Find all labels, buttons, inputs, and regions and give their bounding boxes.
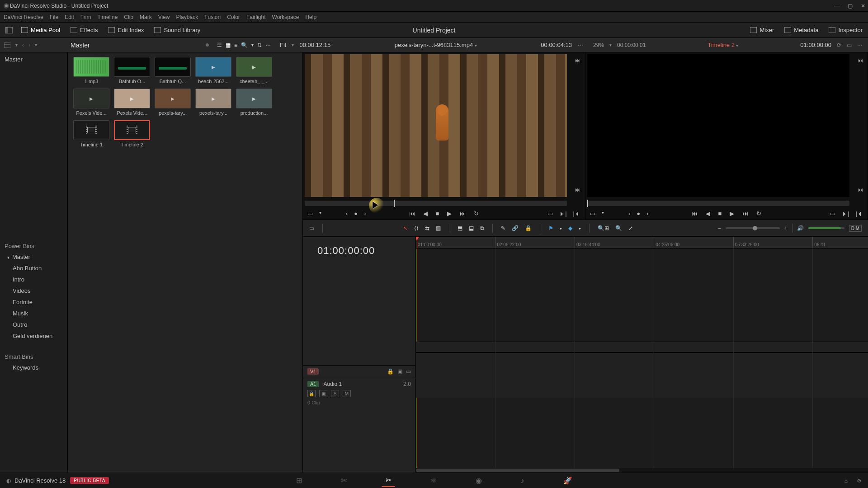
menu-clip[interactable]: Clip: [124, 14, 133, 20]
clip-pexels-tary-[interactable]: ▶pexels-tary...: [195, 89, 231, 116]
path-dropdown-icon[interactable]: ▾: [35, 42, 37, 47]
menu-workspace[interactable]: Workspace: [272, 14, 299, 20]
window-maximize-icon[interactable]: ▢: [848, 3, 853, 9]
find-icon[interactable]: 🔍⊞: [598, 225, 609, 231]
overlay-mode-icon[interactable]: ▭: [307, 210, 313, 217]
insert-clip-icon[interactable]: ⬒: [458, 225, 462, 231]
lock-track-icon[interactable]: 🔒: [387, 368, 394, 375]
page-fairlight-icon[interactable]: ♪: [517, 475, 528, 487]
solo-button[interactable]: S: [331, 390, 339, 397]
clip-pexels-vide-[interactable]: ▶Pexels Vide...: [114, 89, 150, 116]
loop-icon[interactable]: ↻: [756, 210, 761, 217]
mark-out-next-icon[interactable]: ›: [364, 210, 366, 217]
window-close-icon[interactable]: ✕: [861, 3, 865, 9]
source-clip-name[interactable]: pexels-taryn-...t-9683115.mp4 ▾: [336, 42, 535, 48]
mark-dot-icon[interactable]: ●: [354, 210, 358, 217]
disable-video-icon[interactable]: ▭: [406, 368, 411, 375]
thumbnail-view-icon[interactable]: ▦: [226, 42, 231, 48]
audio-track-1[interactable]: [416, 352, 868, 398]
search-icon[interactable]: 🔍: [241, 42, 248, 48]
chevron-down-icon[interactable]: ▾: [319, 210, 321, 217]
effects-button[interactable]: Effects: [70, 27, 98, 34]
chevron-down-icon[interactable]: ▾: [602, 210, 604, 217]
overwrite-clip-icon[interactable]: ⬓: [469, 225, 474, 231]
menu-timeline[interactable]: Timeline: [97, 14, 118, 20]
jump-in-icon[interactable]: ⏵|: [842, 210, 849, 217]
chevron-down-icon[interactable]: ▾: [15, 42, 18, 47]
menu-trim[interactable]: Trim: [80, 14, 91, 20]
menu-color[interactable]: Color: [227, 14, 240, 20]
clip-production-[interactable]: ▶production...: [236, 89, 272, 116]
clip-bathtub-o-[interactable]: Bathtub O...: [114, 57, 150, 84]
sidebar-item-master[interactable]: Master: [0, 52, 67, 66]
mixer-button[interactable]: Mixer: [750, 27, 774, 34]
auto-select-icon[interactable]: ▣: [397, 368, 402, 375]
jump-next-edit-icon[interactable]: ⏮: [856, 185, 865, 194]
chevron-down-icon[interactable]: ▾: [609, 42, 612, 47]
metadata-view-icon[interactable]: ☰: [217, 42, 222, 48]
play-icon[interactable]: ▶: [730, 210, 734, 217]
zoom-slider[interactable]: [726, 227, 780, 229]
bypass-icon[interactable]: ⟳: [837, 42, 841, 48]
powerbin-master[interactable]: Master: [0, 251, 67, 263]
prev-icon[interactable]: ‹: [22, 42, 24, 48]
zoom-out-icon[interactable]: −: [718, 225, 721, 231]
source-fit-label[interactable]: Fit: [280, 42, 286, 48]
page-deliver-icon[interactable]: 🚀: [560, 474, 576, 487]
match-frame-icon[interactable]: ▭: [547, 210, 553, 217]
bin-list-icon[interactable]: [4, 42, 11, 49]
menu-fairlight[interactable]: Fairlight: [246, 14, 266, 20]
jump-next-edit-icon[interactable]: ⏭: [573, 185, 582, 194]
auto-select-icon[interactable]: ▣: [319, 390, 327, 397]
go-first-frame-icon[interactable]: ⏮: [692, 210, 698, 217]
timeline-viewer-frame[interactable]: [587, 54, 849, 197]
speaker-icon[interactable]: 🔊: [797, 225, 804, 231]
jump-next-clip-icon[interactable]: ⏭: [573, 56, 582, 65]
metadata-button[interactable]: Metadata: [784, 27, 818, 34]
powerbin-outro[interactable]: Outro: [0, 319, 67, 330]
stop-icon[interactable]: ■: [718, 210, 722, 217]
powerbin-musik[interactable]: Musik: [0, 308, 67, 319]
next-icon[interactable]: ›: [28, 42, 30, 48]
source-scrubber[interactable]: [305, 201, 567, 206]
smartbin-keywords[interactable]: Keywords: [0, 362, 67, 373]
powerbin-fortnite[interactable]: Fortnite: [0, 296, 67, 308]
loop-icon[interactable]: ↻: [474, 210, 479, 217]
more-icon[interactable]: ⋯: [857, 42, 863, 48]
jump-out-icon[interactable]: |⏴: [573, 210, 580, 217]
sort-icon[interactable]: ⇅: [257, 42, 262, 48]
timeline-ruler[interactable]: 01:00:00:0002:08:22:0003:16:44:0004:25:0…: [416, 237, 868, 249]
video-track-1[interactable]: [416, 342, 868, 352]
stop-icon[interactable]: ■: [436, 210, 439, 217]
edit-index-button[interactable]: Edit Index: [108, 27, 144, 34]
lock-track-icon[interactable]: 🔒: [307, 390, 316, 397]
powerbin-geld-verdienen[interactable]: Geld verdienen: [0, 330, 67, 342]
horizontal-scrollbar[interactable]: [416, 468, 868, 473]
link-icon[interactable]: 🔗: [512, 225, 519, 231]
more-icon[interactable]: ⋯: [265, 42, 271, 48]
zoom-selection-icon[interactable]: 🔍: [615, 225, 622, 231]
chevron-down-icon[interactable]: ▾: [579, 226, 581, 231]
more-icon[interactable]: ⋯: [577, 42, 583, 48]
powerbin-abo-button[interactable]: Abo Button: [0, 263, 67, 274]
play-reverse-icon[interactable]: ◀: [706, 210, 710, 217]
page-color-icon[interactable]: ◉: [472, 474, 486, 487]
project-settings-icon[interactable]: ⚙: [857, 478, 862, 484]
window-minimize-icon[interactable]: —: [834, 3, 840, 9]
overlay-mode-icon[interactable]: ▭: [590, 210, 595, 217]
trim-tool-icon[interactable]: ⟨⟩: [414, 225, 419, 231]
layout-icon[interactable]: [5, 27, 13, 34]
mark-in-prev-icon[interactable]: ‹: [628, 210, 630, 217]
page-cut-icon[interactable]: ✄: [337, 474, 350, 487]
source-viewer-frame[interactable]: [305, 54, 567, 197]
mark-out-next-icon[interactable]: ›: [646, 210, 648, 217]
dynamic-trim-icon[interactable]: ⇆: [425, 225, 429, 231]
mute-button[interactable]: M: [343, 390, 351, 397]
chevron-down-icon[interactable]: ▾: [251, 42, 254, 47]
timeline-name[interactable]: Timeline 2: [708, 42, 734, 48]
play-icon[interactable]: ▶: [447, 210, 452, 217]
lock-icon[interactable]: 🔒: [525, 225, 532, 231]
match-frame-icon[interactable]: ▭: [830, 210, 835, 217]
playhead-timecode[interactable]: 01:00:00:00: [303, 237, 415, 265]
clip-pexels-tary-[interactable]: ▶pexels-tary...: [155, 89, 191, 116]
